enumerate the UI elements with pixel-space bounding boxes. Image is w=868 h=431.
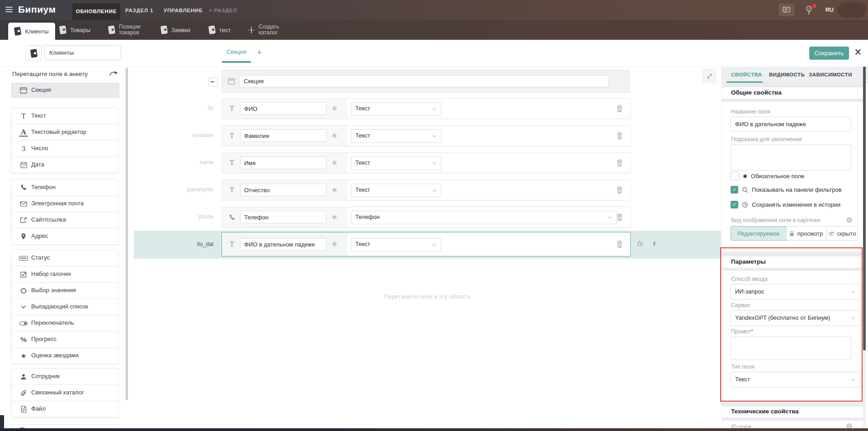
info-icon[interactable]: i bbox=[846, 217, 852, 223]
palette-item-richtext[interactable]: A Текстовый редактор bbox=[11, 124, 118, 141]
nav-tab-section1[interactable]: РАЗДЕЛ 1 bbox=[125, 8, 153, 13]
save-history-row[interactable]: ✓ Сохранять изменения в истории bbox=[731, 201, 840, 208]
view-option-hidden[interactable]: скрыто bbox=[826, 226, 858, 241]
field-name-input[interactable] bbox=[240, 156, 326, 169]
view-option-readonly[interactable]: просмотр bbox=[786, 226, 826, 241]
field-name-input[interactable] bbox=[240, 184, 326, 196]
field-row-patronymic[interactable]: T ✱ Текст bbox=[222, 180, 631, 200]
menu-icon[interactable] bbox=[5, 7, 13, 14]
undo-arrow-icon[interactable] bbox=[109, 71, 118, 76]
palette-item-section[interactable]: Секция bbox=[11, 83, 119, 98]
collapse-section-button[interactable] bbox=[208, 77, 217, 86]
palette-item-phone[interactable]: Телефон bbox=[11, 179, 118, 196]
user-menu[interactable]: ХИ bbox=[838, 2, 866, 18]
form-tab-section[interactable]: Секция bbox=[222, 48, 251, 55]
view-option-editable[interactable]: Редактируемое bbox=[731, 226, 787, 241]
catalog-tab-requests[interactable]: Заявки bbox=[161, 20, 190, 40]
close-button[interactable]: × bbox=[854, 46, 862, 58]
field-name-input[interactable] bbox=[240, 238, 326, 251]
panel-scrollbar-thumb[interactable] bbox=[863, 66, 866, 350]
field-type-select[interactable]: Текст bbox=[351, 184, 441, 197]
service-select[interactable]: YandexGPT (бесплатно от Бипиум) bbox=[731, 310, 860, 326]
palette-item-toggle[interactable]: Переключатель bbox=[11, 315, 118, 332]
delete-field-button[interactable] bbox=[616, 105, 623, 113]
show-in-filters-row[interactable]: ✓ Показывать на панели фильтров bbox=[731, 186, 841, 194]
catalog-tab-product-positions[interactable]: Позиции товаров bbox=[108, 20, 148, 40]
palette-item-label: Оценка звездами bbox=[31, 348, 79, 363]
field-row-name[interactable]: T ✱ Текст bbox=[222, 152, 631, 173]
palette-item-checkbox-set[interactable]: Набор галочек bbox=[11, 266, 118, 283]
catalog-tab-products[interactable]: Товары bbox=[60, 20, 90, 40]
palette-item-file[interactable]: Файл bbox=[11, 401, 118, 417]
app-logo[interactable]: Бипиум bbox=[18, 4, 56, 15]
tab-visibility[interactable]: ВИДИМОСТЬ bbox=[769, 72, 805, 77]
palette-item-text[interactable]: T Текст bbox=[11, 108, 118, 124]
palette-item-email[interactable]: Электронная почта bbox=[11, 195, 118, 212]
required-checkbox-row[interactable]: ✱ Обязательное поле bbox=[731, 172, 804, 180]
required-star-icon[interactable]: ✱ bbox=[332, 213, 337, 221]
checkbox-checked[interactable]: ✓ bbox=[731, 186, 738, 194]
field-type-select[interactable]: Текст bbox=[351, 156, 441, 170]
chat-button[interactable] bbox=[778, 4, 794, 16]
nav-tab-management[interactable]: УПРАВЛЕНИЕ bbox=[164, 8, 203, 13]
segment-label: скрыто bbox=[837, 230, 856, 237]
palette-item-link[interactable]: Сайт/ссылка bbox=[11, 212, 118, 228]
delete-field-button[interactable] bbox=[616, 241, 623, 248]
nav-tab-update[interactable]: ОБНОВЛЕНИЕ bbox=[72, 3, 120, 20]
field-name-input[interactable] bbox=[240, 129, 326, 142]
field-name-input[interactable] bbox=[240, 211, 326, 223]
delete-field-button[interactable] bbox=[616, 213, 623, 221]
delete-field-button[interactable] bbox=[616, 159, 623, 167]
delete-field-button[interactable] bbox=[616, 186, 623, 194]
required-star-icon[interactable]: ✱ bbox=[332, 132, 337, 139]
formula-button[interactable]: fx bbox=[637, 240, 643, 248]
field-row-fio-dat[interactable]: T ✱ Текст bbox=[222, 232, 631, 256]
field-type-setting-select[interactable]: Текст bbox=[731, 372, 860, 388]
palette-item-date[interactable]: 17 Дата bbox=[11, 156, 118, 173]
palette-item-number[interactable]: 3 Число bbox=[11, 140, 118, 157]
palette-item-dropdown[interactable]: Выпадающий список bbox=[11, 298, 118, 315]
save-button[interactable]: Сохранить bbox=[809, 47, 849, 60]
field-row-fio[interactable]: T ✱ Текст bbox=[222, 98, 631, 119]
palette-item-progress[interactable]: % Прогресс bbox=[11, 331, 118, 348]
required-star-icon[interactable]: ✱ bbox=[332, 186, 337, 194]
checkbox-unchecked[interactable] bbox=[731, 172, 739, 180]
required-star-icon[interactable]: ✱ bbox=[332, 241, 337, 248]
lightning-icon[interactable] bbox=[652, 240, 657, 247]
create-catalog-button[interactable]: Создать каталог bbox=[248, 20, 288, 40]
required-star-icon[interactable]: ✱ bbox=[332, 105, 337, 112]
field-type-select[interactable]: Текст bbox=[351, 129, 441, 143]
input-method-select[interactable]: ИИ-запрос bbox=[731, 284, 860, 300]
palette-item-employee[interactable]: Сотрудник bbox=[11, 368, 118, 385]
add-form-tab-button[interactable]: + bbox=[257, 48, 262, 57]
field-type-select[interactable]: Телефон bbox=[351, 211, 617, 224]
field-row-surname[interactable]: T ✱ Текст bbox=[222, 125, 631, 146]
section-title-input[interactable] bbox=[239, 75, 609, 87]
checkbox-checked[interactable]: ✓ bbox=[731, 201, 738, 208]
top-navbar: Бипиум ОБНОВЛЕНИЕ РАЗДЕЛ 1 УПРАВЛЕНИЕ + … bbox=[0, 0, 868, 20]
catalog-tab-clients[interactable]: Клиенты bbox=[8, 23, 55, 40]
palette-item-stars[interactable]: ★ Оценка звездами bbox=[11, 347, 118, 364]
field-type-select[interactable]: Текст bbox=[351, 238, 441, 251]
palette-item-address[interactable]: Адрес bbox=[11, 228, 118, 245]
field-name-setting-input[interactable] bbox=[731, 117, 851, 132]
nav-tab-add-section[interactable]: + РАЗДЕЛ bbox=[209, 8, 237, 13]
prompt-textarea[interactable] bbox=[731, 336, 851, 360]
field-type-select[interactable]: Текст bbox=[351, 102, 441, 116]
palette-item-status[interactable]: NEW Статус bbox=[11, 250, 118, 266]
catalog-icon-button[interactable] bbox=[26, 45, 42, 61]
sidebar-scrollbar[interactable] bbox=[126, 68, 128, 400]
tab-properties[interactable]: СВОЙСТВА bbox=[731, 72, 762, 77]
required-star-icon[interactable]: ✱ bbox=[332, 159, 337, 166]
catalog-tab-test[interactable]: тест bbox=[209, 20, 231, 40]
palette-item-radio[interactable]: Выбор значения bbox=[11, 282, 118, 299]
hint-textarea[interactable] bbox=[731, 144, 851, 171]
catalog-name-input[interactable] bbox=[44, 45, 121, 60]
delete-field-button[interactable] bbox=[616, 132, 623, 140]
expand-button[interactable] bbox=[702, 69, 717, 83]
field-name-input[interactable] bbox=[240, 102, 326, 115]
field-row-phone[interactable]: ✱ Телефон bbox=[222, 207, 631, 227]
tab-dependencies[interactable]: ЗАВИСИМОСТИ bbox=[809, 72, 852, 77]
language-switcher[interactable]: RU bbox=[826, 7, 834, 13]
palette-item-linked-catalog[interactable]: Связанный каталог bbox=[11, 384, 118, 401]
